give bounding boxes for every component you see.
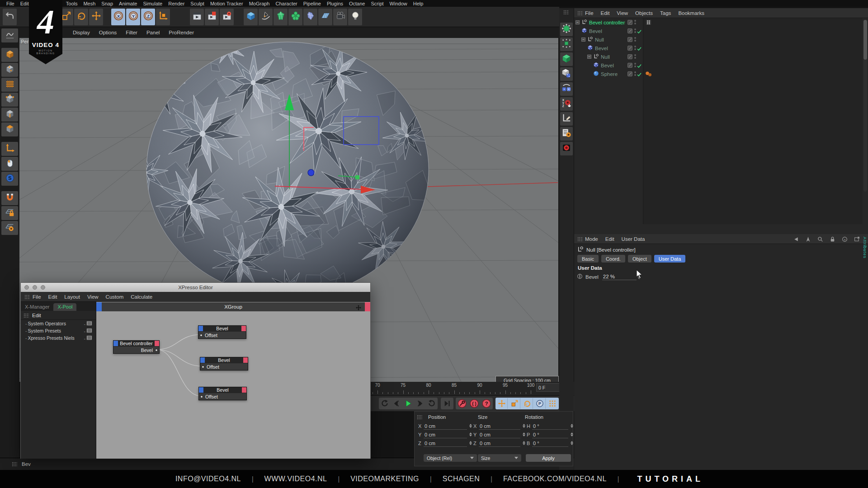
- input-port[interactable]: [202, 366, 204, 368]
- snap-magnet-button[interactable]: [1, 191, 18, 205]
- footer-link-facebook-com-video4-nl[interactable]: FACEBOOK.COM/VIDEO4.NL: [503, 475, 607, 483]
- simulate-sphere-button[interactable]: [560, 23, 573, 36]
- xpool-item-xpresso-presets-niels[interactable]: Xpresso Presets Niels: [21, 334, 96, 342]
- field-stepper[interactable]: [469, 424, 472, 428]
- field-stepper[interactable]: [571, 424, 573, 428]
- xgroup-move-icon[interactable]: [356, 304, 361, 312]
- render-settings-button[interactable]: [205, 9, 219, 25]
- panel-handle[interactable]: [563, 10, 569, 14]
- om-menu-view[interactable]: View: [617, 10, 628, 16]
- tab-user-data[interactable]: User Data: [654, 255, 686, 263]
- size-mode-dropdown[interactable]: Size: [478, 454, 521, 462]
- add-cube-button[interactable]: [244, 9, 258, 25]
- menubar-item-snap[interactable]: Snap: [101, 1, 113, 6]
- panel-handle[interactable]: [24, 295, 30, 299]
- new-window-icon[interactable]: [854, 236, 860, 244]
- size-z-field[interactable]: 0 cm: [479, 441, 520, 447]
- slider-toggle-icon[interactable]: [577, 273, 583, 281]
- node-blue-tab[interactable]: [198, 326, 203, 331]
- tree-row-bevel-controller[interactable]: −Bevel controller: [574, 18, 868, 27]
- panel-handle[interactable]: [12, 462, 17, 466]
- node-red-tab[interactable]: [241, 326, 246, 331]
- shuffle-dice-button[interactable]: [560, 82, 573, 96]
- visibility-toggle[interactable]: [627, 54, 632, 59]
- lock-icon[interactable]: [830, 236, 835, 244]
- xpresso-tab-x-pool[interactable]: X-Pool: [53, 303, 76, 311]
- subdivision-button[interactable]: [274, 9, 288, 25]
- enabled-check-icon[interactable]: [637, 71, 642, 79]
- points-mode-button[interactable]: [1, 93, 18, 107]
- viewport-mouse-button[interactable]: [1, 157, 18, 171]
- menubar-item-sculpt[interactable]: Sculpt: [190, 1, 204, 6]
- particles-button[interactable]: [560, 38, 573, 51]
- om-menu-tags[interactable]: Tags: [660, 10, 671, 16]
- input-port[interactable]: [200, 395, 203, 398]
- random-dice-button[interactable]: [560, 67, 573, 81]
- menubar-item-render[interactable]: Render: [168, 1, 184, 6]
- menubar-item-motion-tracker[interactable]: Motion Tracker: [210, 1, 243, 6]
- xpresso-tab-x-manager[interactable]: X-Manager: [21, 303, 53, 311]
- next-key-button[interactable]: [415, 398, 426, 409]
- field-stepper[interactable]: [523, 424, 525, 428]
- edges-mode-button[interactable]: [1, 108, 18, 122]
- am-menu-mode[interactable]: Mode: [585, 236, 598, 242]
- lock-x-button[interactable]: X: [111, 9, 125, 25]
- visibility-toggle[interactable]: [627, 37, 632, 42]
- tree-row-null[interactable]: −Null: [574, 52, 868, 61]
- tab-basic[interactable]: Basic: [577, 255, 599, 263]
- visibility-toggle[interactable]: [627, 20, 632, 25]
- menubar-item-mograph[interactable]: MoGraph: [249, 1, 270, 6]
- visibility-dots[interactable]: [634, 46, 636, 50]
- visibility-dots[interactable]: [634, 20, 636, 24]
- menubar-item-pipeline[interactable]: Pipeline: [303, 1, 321, 6]
- xpresso-node-bevel-controller-0[interactable]: Bevel controllerBevel: [113, 340, 160, 354]
- play-button[interactable]: [403, 398, 414, 409]
- rotation-h-field[interactable]: 0 °: [532, 423, 568, 430]
- sketch-button[interactable]: [1, 28, 18, 42]
- visibility-dots[interactable]: [634, 71, 636, 76]
- xpool-item-system-operators[interactable]: System Operators: [21, 320, 96, 327]
- panel-handle[interactable]: [577, 11, 583, 15]
- menubar-item-edit[interactable]: Edit: [20, 1, 29, 6]
- node-blue-tab[interactable]: [113, 341, 118, 346]
- om-menu-bookmarks[interactable]: Bookmarks: [678, 10, 704, 16]
- snap-dots-button[interactable]: [547, 398, 558, 409]
- lock-y-button[interactable]: Y: [126, 9, 140, 25]
- footer-link-www-video4-nl[interactable]: WWW.VIDEO4.NL: [264, 475, 327, 483]
- xpool-item-system-presets[interactable]: System Presets: [21, 327, 96, 334]
- menubar-item-window[interactable]: Window: [390, 1, 407, 6]
- interactive-render-button[interactable]: [560, 142, 573, 155]
- menubar-item-script[interactable]: Script: [371, 1, 383, 6]
- xpresso-menu-view[interactable]: View: [87, 294, 99, 300]
- viewport-menu-panel[interactable]: Panel: [146, 30, 160, 35]
- menubar-item-octane[interactable]: Octane: [349, 1, 365, 6]
- axis-mode-button[interactable]: [1, 142, 18, 156]
- position-x-field[interactable]: 0 cm: [424, 423, 467, 430]
- keyframe-selection-button[interactable]: ?: [481, 398, 492, 409]
- back-icon[interactable]: [793, 236, 799, 244]
- coordinate-system-button[interactable]: [156, 9, 170, 25]
- loop-button[interactable]: [426, 398, 438, 409]
- rotate-tool-button[interactable]: [522, 398, 533, 409]
- menubar-item-help[interactable]: Help: [413, 1, 424, 6]
- tree-row-bevel[interactable]: Bevel: [574, 44, 868, 52]
- xpresso-menu-edit[interactable]: Edit: [48, 294, 57, 300]
- history-icon[interactable]: a: [842, 236, 848, 244]
- om-menu-objects[interactable]: Objects: [635, 10, 653, 16]
- xpresso-titlebar[interactable]: XPresso Editor: [21, 283, 370, 292]
- scale-tool-button[interactable]: [509, 398, 520, 409]
- node-red-tab[interactable]: [243, 357, 248, 363]
- apply-button[interactable]: Apply: [526, 454, 571, 462]
- om-menu-file[interactable]: File: [585, 10, 594, 16]
- rotate-button[interactable]: [74, 9, 88, 25]
- lock-z-button[interactable]: Z: [141, 9, 155, 25]
- spline-pen-button[interactable]: [259, 9, 273, 25]
- expander-icon[interactable]: −: [576, 20, 580, 24]
- model-mode-button[interactable]: [1, 63, 18, 77]
- goto-end-button[interactable]: [442, 398, 453, 409]
- take-manager-button[interactable]: [560, 127, 573, 141]
- menubar-item-character[interactable]: Character: [275, 1, 297, 6]
- visibility-toggle[interactable]: [627, 28, 632, 33]
- input-port[interactable]: [200, 334, 203, 337]
- xpresso-menu-custom[interactable]: Custom: [106, 294, 124, 300]
